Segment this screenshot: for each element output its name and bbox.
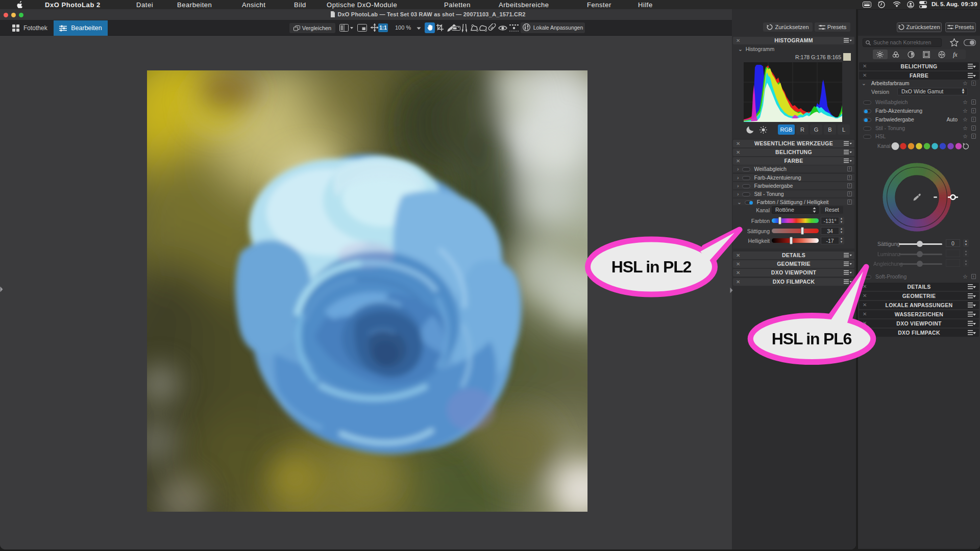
- svg-text:HSL in PL6: HSL in PL6: [772, 330, 852, 348]
- svg-text:HSL in PL2: HSL in PL2: [611, 258, 692, 276]
